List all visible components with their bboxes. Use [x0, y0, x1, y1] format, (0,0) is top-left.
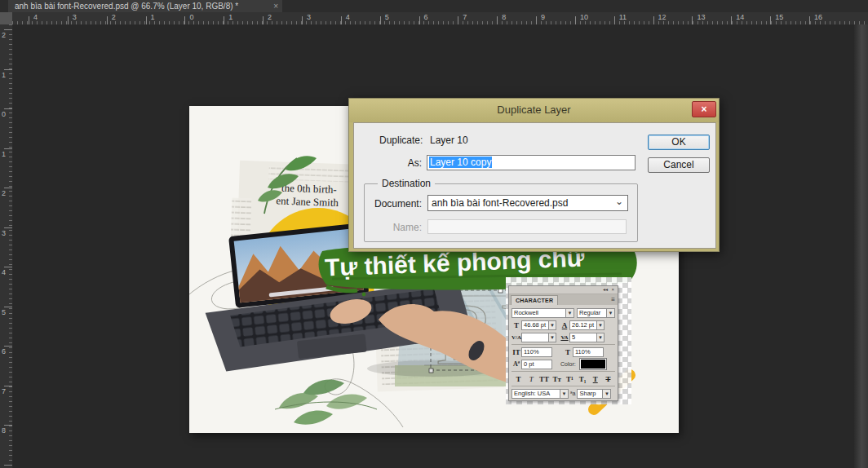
type-style-buttons: T T TT Tᴛ T¹ T₁ T T — [512, 373, 615, 384]
small-caps-icon: Tᴛ — [551, 375, 562, 383]
document-tab[interactable]: anh bìa bài font-Recovered.psd @ 66.7% (… — [8, 0, 282, 12]
cancel-button[interactable]: Cancel — [648, 157, 710, 173]
dropdown-arrow-icon: ▼ — [597, 333, 604, 342]
horizontal-scale-icon: T — [563, 348, 573, 356]
as-label: As: — [370, 157, 422, 169]
font-size-field: 46.68 pt — [521, 320, 549, 330]
character-tab: CHARACTER — [511, 295, 558, 305]
language-select: English: USA ▼ — [512, 389, 569, 399]
dialog-body: Duplicate: Layer 10 As: Layer 10 copy OK… — [353, 122, 716, 249]
dialog-close-button[interactable]: × — [692, 101, 716, 117]
dropdown-arrow-icon: ▼ — [549, 320, 556, 330]
duplicate-label: Duplicate: — [379, 135, 423, 146]
left-ruler-numbers: 210123456789 — [0, 24, 12, 468]
document-tab-bar: anh bìa bài font-Recovered.psd @ 66.7% (… — [0, 0, 868, 12]
destination-groupbox: Destination Document: anh bìa bài font-R… — [364, 183, 638, 242]
vertical-scrollbar[interactable] — [854, 24, 868, 468]
panel-collapse-icon: ◂◂ — [603, 286, 608, 294]
as-input-selected-text: Layer 10 copy — [429, 157, 492, 168]
kerning-field — [521, 333, 549, 342]
baseline-shift-icon: Aª — [512, 360, 521, 368]
color-label: Color: — [560, 361, 576, 367]
ruler-origin-box[interactable] — [0, 12, 12, 24]
duplicate-layer-dialog: Duplicate Layer × Duplicate: Layer 10 As… — [348, 98, 720, 252]
tracking-icon: VA — [560, 334, 569, 341]
dropdown-arrow-icon: ▼ — [606, 309, 614, 317]
strikethrough-icon: T — [603, 375, 613, 383]
kerning-icon: V/A — [512, 334, 521, 341]
font-style-select: Regular ▼ — [577, 308, 615, 318]
panel-mini-bar: ◂◂ × — [509, 286, 618, 294]
panel-menu-icon: ≡ — [611, 295, 615, 305]
name-input-disabled — [427, 219, 627, 234]
baseline-shift-field: 0 pt — [521, 360, 552, 369]
font-family-select: Rockwell ▼ — [512, 308, 574, 318]
underline-icon: T — [590, 375, 600, 383]
watercolor-leaves — [275, 380, 377, 425]
subscript-icon: T₁ — [578, 375, 588, 383]
panel-close-icon: × — [611, 286, 614, 294]
photoshop-window: anh bìa bài font-Recovered.psd @ 66.7% (… — [0, 0, 868, 468]
faux-italic-icon: T — [526, 375, 537, 383]
character-panel-image: ◂◂ × CHARACTER ≡ Rockwell ▼ Regular ▼ — [508, 285, 618, 401]
superscript-icon: T¹ — [565, 375, 575, 383]
tracking-field: 5 — [569, 333, 597, 342]
dropdown-arrow-icon: ▼ — [597, 320, 604, 330]
vertical-scale-icon: IT — [512, 348, 521, 356]
vertical-scale-field: 110% — [521, 347, 552, 357]
left-ruler: 210123456789 — [0, 24, 13, 468]
document-tab-title: anh bìa bài font-Recovered.psd @ 66.7% (… — [15, 2, 238, 11]
document-select-value: anh bìa bài font-Recovered.psd — [432, 197, 568, 209]
chevron-down-icon: ⌄ — [615, 194, 623, 209]
ok-button[interactable]: OK — [648, 135, 710, 150]
duplicate-value: Layer 10 — [430, 135, 468, 146]
font-size-icon: T — [512, 321, 521, 329]
document-select[interactable]: anh bìa bài font-Recovered.psd ⌄ — [427, 195, 628, 211]
clipping-line2: ent Jane Smith — [276, 194, 339, 209]
leading-icon: A — [560, 321, 569, 329]
top-ruler-numbers: 4321012345678910111213141516 — [12, 12, 868, 24]
dropdown-arrow-icon: ▼ — [565, 309, 574, 317]
top-ruler: 4321012345678910111213141516 — [12, 12, 868, 25]
dropdown-arrow-icon: ▼ — [560, 390, 568, 398]
as-input[interactable]: Layer 10 copy — [427, 155, 636, 170]
antialias-icon: ªa — [570, 391, 575, 396]
dropdown-arrow-icon: ▼ — [549, 333, 556, 342]
document-label: Document: — [368, 198, 422, 210]
dropdown-arrow-icon: ▼ — [602, 390, 610, 398]
text-color-swatch — [580, 359, 606, 369]
all-caps-icon: TT — [538, 375, 549, 383]
antialias-select: Sharp ▼ — [577, 389, 611, 399]
horizontal-scale-field: 110% — [573, 347, 604, 357]
faux-bold-icon: T — [513, 375, 524, 383]
panel-tab-bar: CHARACTER ≡ — [509, 294, 618, 305]
name-label: Name: — [368, 222, 422, 233]
leading-field: 26.12 pt — [569, 320, 597, 330]
destination-legend: Destination — [378, 178, 435, 189]
tab-close-icon[interactable]: × — [273, 0, 278, 12]
dialog-title-bar[interactable]: Duplicate Layer — [349, 99, 719, 122]
